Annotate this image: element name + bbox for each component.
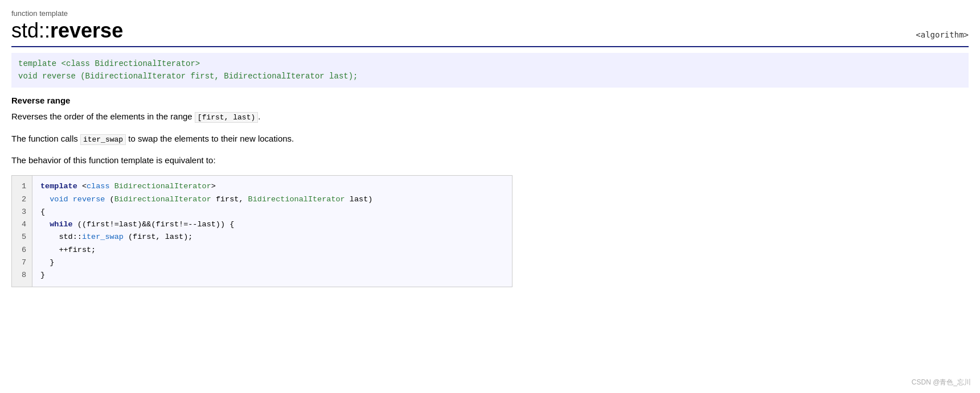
code-line: } [40,269,372,282]
code-token: < [77,182,87,191]
header-algorithm-ref: <algorithm> [916,30,969,39]
line-number: 2 [18,193,26,206]
code-token: { [40,208,45,216]
function-name: reverse [50,19,123,42]
line-number: 8 [18,269,26,282]
code-token: (first, last); [124,233,193,241]
line-number: 5 [18,231,26,243]
code-block: 12345678 template <class BidirectionalIt… [11,175,512,287]
title-row: std::reverse <algorithm> [11,19,969,47]
line-number: 1 [18,180,26,193]
paragraph-1: Reverses the order of the elements in th… [11,110,969,124]
code-token [40,195,50,204]
code-token: ++first; [40,246,96,254]
code-token: } [40,258,54,267]
code-token: template [40,182,77,191]
code-token [68,195,73,204]
code-token: } [40,271,45,279]
para2-suffix: to swap the elements to their new locati… [126,134,294,143]
code-token: last) [345,195,373,204]
code-token: ((first!=last)&&(first!=--last)) { [73,220,235,229]
namespace-prefix: std:: [11,19,50,42]
function-type-label: function template [11,9,969,18]
code-line: } [40,257,372,269]
range-code: [first, last) [195,112,258,123]
paragraph-2: The function calls iter_swap to swap the… [11,132,969,146]
para2-prefix: The function calls [11,134,80,143]
line-number: 4 [18,218,26,231]
sig-template-text: template <class BidirectionalIterator> [18,59,200,68]
signature-line1: template <class BidirectionalIterator> [18,57,962,70]
line-number: 3 [18,206,26,218]
para1-suffix: . [258,111,260,121]
code-line: void reverse (BidirectionalIterator firs… [40,193,372,206]
paragraph-3: The behavior of this function template i… [11,154,969,167]
code-token: std:: [40,233,82,241]
code-content: template <class BidirectionalIterator> v… [32,176,380,286]
code-token: reverse [73,195,105,204]
para1-prefix: Reverses the order of the elements in th… [11,111,195,121]
code-token: ( [105,195,114,204]
code-token: iter_swap [82,233,124,241]
signature-line2: void reverse (BidirectionalIterator firs… [18,70,962,82]
code-token: class [87,182,110,191]
page-title: std::reverse [11,19,123,43]
iter-swap-code: iter_swap [80,134,126,145]
code-line: ++first; [40,244,372,257]
section-heading: Reverse range [11,96,969,105]
line-number: 6 [18,244,26,257]
sig-void-text: void reverse (BidirectionalIterator firs… [18,72,358,81]
code-token: BidirectionalIterator [110,182,211,191]
line-number: 7 [18,257,26,269]
code-token: BidirectionalIterator [114,195,211,204]
code-token: BidirectionalIterator [248,195,345,204]
function-signature: template <class BidirectionalIterator> v… [11,53,969,88]
code-token: void [50,195,68,204]
code-token: first, [211,195,248,204]
code-line: template <class BidirectionalIterator> [40,180,372,193]
line-numbers: 12345678 [12,176,32,286]
code-token: while [50,220,73,229]
code-token [40,220,50,229]
watermark: CSDN @青色_忘川 [912,378,971,387]
code-line: std::iter_swap (first, last); [40,231,372,243]
code-token: > [211,182,216,191]
code-line: { [40,206,372,218]
code-line: while ((first!=last)&&(first!=--last)) { [40,218,372,231]
